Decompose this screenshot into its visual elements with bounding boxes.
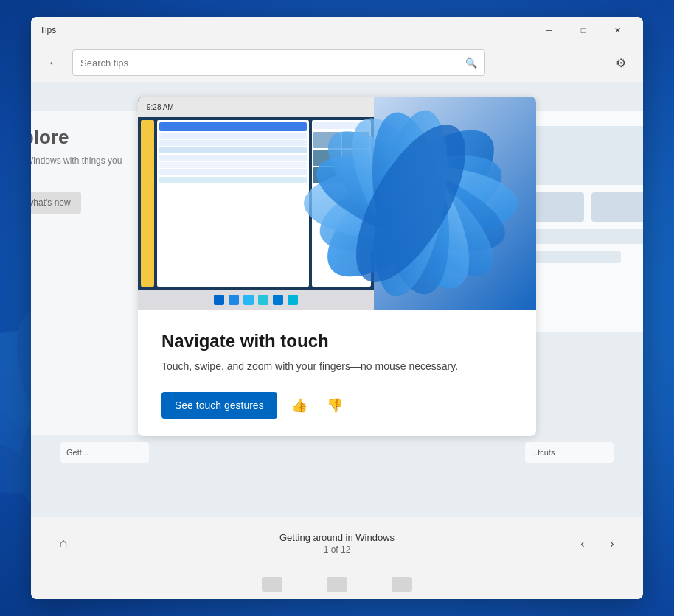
bg-right-image xyxy=(525,111,643,332)
settings-button[interactable]: ⚙ xyxy=(608,49,634,76)
nav-info: Getting around in Windows 1 of 12 xyxy=(279,532,395,555)
bottom-nav: ⌂ Getting around in Windows 1 of 12 ‹ › xyxy=(31,517,643,570)
taskbar-edge-icon xyxy=(273,295,283,305)
hero-bloom xyxy=(285,97,536,310)
taskbar-search-icon xyxy=(229,295,239,305)
titlebar: Tips ─ □ ✕ xyxy=(31,17,643,43)
window-controls: ─ □ ✕ xyxy=(532,18,634,42)
bg-left-card: Explore A new Windows with things you lo… xyxy=(31,111,149,435)
bg-left-title: Explore xyxy=(31,126,137,149)
card-description: Touch, swipe, and zoom with your fingers… xyxy=(161,359,513,374)
maximize-button[interactable]: □ xyxy=(566,18,600,42)
bottom-icon-hint-1 xyxy=(262,577,282,592)
search-bar: 🔍 xyxy=(72,49,485,76)
win11-yellow-panel xyxy=(141,120,154,287)
main-content-card: 9:28 AM xyxy=(138,97,536,436)
svg-rect-8 xyxy=(532,192,584,222)
taskbar-start-icon xyxy=(214,295,224,305)
search-icon-button[interactable]: 🔍 xyxy=(465,57,477,69)
see-touch-gestures-button[interactable]: See touch gestures xyxy=(161,392,277,419)
bg-right-card xyxy=(525,111,643,332)
thumbs-down-button[interactable]: 👎 xyxy=(322,392,348,419)
hint-left-label: Gett... xyxy=(66,448,88,457)
hint-right-label: ...tcuts xyxy=(531,448,555,457)
bottom-icon-hint-3 xyxy=(392,577,412,592)
card-content: Navigate with touch Touch, swipe, and zo… xyxy=(138,310,536,436)
card-title: Navigate with touch xyxy=(161,331,513,351)
nav-arrows: ‹ › xyxy=(569,531,625,557)
bottom-icons-hint xyxy=(31,570,643,599)
chevron-right-icon: › xyxy=(610,537,614,550)
win11-time: 9:28 AM xyxy=(147,103,174,111)
hint-card-right: ...tcuts xyxy=(525,442,614,463)
hint-card-left: Gett... xyxy=(60,442,149,463)
hero-image: 9:28 AM xyxy=(138,97,536,310)
bottom-hints: Gett... ...tcuts xyxy=(31,442,643,463)
search-input[interactable] xyxy=(80,57,459,69)
chevron-left-icon: ‹ xyxy=(580,537,584,550)
close-button[interactable]: ✕ xyxy=(600,18,634,42)
nav-count: 1 of 12 xyxy=(279,545,395,555)
minimize-button[interactable]: ─ xyxy=(532,18,566,42)
bg-see-whats-new-button[interactable]: See what's new xyxy=(31,192,81,214)
gear-icon: ⚙ xyxy=(616,56,626,70)
app-window: Tips ─ □ ✕ ← 🔍 ⚙ Explore A new Windows w… xyxy=(31,17,643,599)
svg-rect-10 xyxy=(532,229,643,244)
thumbs-down-icon: 👎 xyxy=(327,397,343,413)
taskbar-apps-icon xyxy=(258,295,268,305)
toolbar: ← 🔍 ⚙ xyxy=(31,43,643,82)
svg-rect-7 xyxy=(532,126,643,185)
nav-next-button[interactable]: › xyxy=(599,531,625,557)
thumbs-up-icon: 👍 xyxy=(291,397,308,413)
content-area: Explore A new Windows with things you lo… xyxy=(31,82,643,517)
bloom-svg xyxy=(285,97,536,310)
nav-category: Getting around in Windows xyxy=(279,532,395,543)
window-title: Tips xyxy=(40,25,532,35)
bg-left-text: A new Windows with things you love... xyxy=(31,155,137,180)
nav-prev-button[interactable]: ‹ xyxy=(569,531,596,557)
card-actions: See touch gestures 👍 👎 xyxy=(161,392,513,419)
bottom-icon-hint-2 xyxy=(327,577,347,592)
taskbar-widgets-icon xyxy=(243,295,254,305)
thumbs-up-button[interactable]: 👍 xyxy=(286,392,313,419)
svg-rect-11 xyxy=(532,251,621,263)
back-icon: ← xyxy=(48,57,58,69)
home-icon: ⌂ xyxy=(60,536,68,551)
home-button[interactable]: ⌂ xyxy=(49,529,78,559)
back-button[interactable]: ← xyxy=(40,49,66,76)
svg-rect-9 xyxy=(591,192,643,222)
